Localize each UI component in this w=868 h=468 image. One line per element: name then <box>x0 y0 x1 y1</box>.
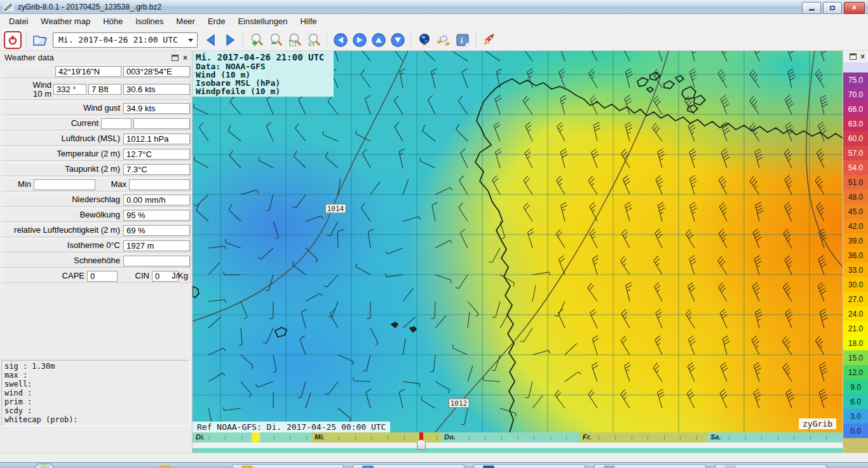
minimize-button[interactable] <box>802 2 821 14</box>
next-timestep-button[interactable] <box>221 31 238 48</box>
toolbar-separator <box>410 32 411 48</box>
timeline-tick <box>615 436 616 440</box>
menu-hilfe[interactable]: Hilfe <box>294 15 323 28</box>
timeline-tick <box>404 436 405 440</box>
wave-max-line: max : <box>4 371 187 380</box>
map-column: Mi. 2017-04-26 21:00 UTC Data: NOAA-GFS … <box>193 51 843 453</box>
menu-isolines[interactable]: Isolines <box>129 15 170 28</box>
date-select[interactable]: Mi. 2017-04-26 21:00 UTC <box>53 32 198 48</box>
power-icon <box>7 34 18 46</box>
globe-view-button[interactable] <box>416 31 433 48</box>
min-value <box>34 179 95 190</box>
pan-left-button[interactable] <box>332 31 349 48</box>
timeline-tick <box>339 436 339 440</box>
cloud-cover-label: Bewölkung <box>2 209 120 221</box>
zoom-in-icon <box>249 32 264 48</box>
menu-erde[interactable]: Erde <box>201 15 231 28</box>
wave-whitecap-line: whitecap (prob): <box>4 415 187 424</box>
temperature-label: Temperatur (2 m) <box>2 148 120 160</box>
timeline: Di.Mi.Do.Fr.Sa. <box>193 432 843 453</box>
maximize-icon <box>830 6 835 10</box>
map-canvas[interactable]: Mi. 2017-04-26 21:00 UTC Data: NOAA-GFS … <box>193 51 843 432</box>
longitude-value: 003°28'54"E <box>123 66 190 77</box>
title-bar[interactable]: zyGrib-8.0.1 - 20170425_123538_.grb.bz2 … <box>0 0 868 14</box>
close-panel-icon[interactable]: × <box>183 55 187 61</box>
timeline-day-label: Di. <box>196 433 205 441</box>
menu-datei[interactable]: Datei <box>3 15 34 28</box>
taskbar-button-4[interactable] <box>594 464 706 468</box>
scale-value-24.0: 24.0 <box>843 306 868 321</box>
taskbar-button-5[interactable] <box>715 464 827 468</box>
float-panel-icon[interactable] <box>172 55 179 61</box>
scale-value-12.0: 12.0 <box>843 365 868 380</box>
window-title: zyGrib-8.0.1 - 20170425_123538_.grb.bz2 <box>18 3 161 11</box>
scale-value-45.0: 45.0 <box>843 204 868 219</box>
scale-value-6.0: 6.0 <box>843 394 868 409</box>
timeline-day-Do[interactable]: Do. <box>441 432 580 443</box>
scale-value-63.0: 63.0 <box>843 116 868 131</box>
launch-button[interactable] <box>480 31 498 48</box>
coordinates-row: 42°19'16"N 003°28'54"E <box>1 64 191 78</box>
pressure-value: 1012.1 hPa <box>123 134 190 144</box>
grib-request-button[interactable] <box>435 31 452 48</box>
menu-meer[interactable]: Meer <box>170 15 201 28</box>
zoom-actual-size-button[interactable]: 1:1 <box>305 31 322 48</box>
wind-row: Wind 10 m 332 ° 7 Bft 30.6 kts <box>1 79 191 100</box>
circle-arrow-down-icon <box>390 32 405 48</box>
scale-value-30.0: 30.0 <box>843 277 868 292</box>
isotherm-label: Isotherme 0°C <box>2 239 120 252</box>
zygrib-watermark: zyGrib <box>799 418 836 429</box>
timeline-tick <box>761 436 762 440</box>
cape-label: CAPE <box>2 270 85 282</box>
latitude-value: 42°19'16"N <box>55 66 121 77</box>
menu-einstellungen[interactable]: Einstellungen <box>231 15 294 28</box>
open-file-button[interactable] <box>31 31 48 48</box>
timeline-day-Sa[interactable]: Sa. <box>707 432 843 443</box>
timeline-day-band[interactable]: Di.Mi.Do.Fr.Sa. <box>193 432 843 443</box>
pan-up-button[interactable] <box>370 31 387 48</box>
menu-bar: Datei Weather map Höhe Isolines Meer Erd… <box>0 14 868 29</box>
map-overlay-svg <box>193 51 843 432</box>
current-dir-value <box>101 118 132 129</box>
start-button[interactable] <box>35 464 54 468</box>
color-scale-panel: × 75.070.066.063.060.057.054.051.048.045… <box>843 51 868 453</box>
gust-value: 34.9 kts <box>123 103 190 114</box>
info-icon: i <box>455 32 470 48</box>
svg-text:1:1: 1:1 <box>308 42 315 46</box>
float-scale-icon[interactable] <box>850 53 857 60</box>
close-scale-icon[interactable]: × <box>860 53 865 60</box>
zoom-select-button[interactable] <box>286 31 303 48</box>
timeline-tick <box>437 436 437 440</box>
close-button[interactable]: × <box>844 2 865 14</box>
scale-value-3.0: 3.0 <box>843 409 868 423</box>
isotherm-value: 1927 m <box>123 240 190 251</box>
cape-unit-label: J/Kg <box>166 270 188 282</box>
circle-arrow-right-icon <box>352 32 367 48</box>
menu-hoehe[interactable]: Höhe <box>97 15 129 28</box>
date-select-value: Mi. 2017-04-26 21:00 UTC <box>58 35 178 45</box>
dewpoint-label: Taupunkt (2 m) <box>2 163 120 176</box>
quit-button[interactable] <box>4 31 22 49</box>
info-button[interactable]: i <box>454 31 471 48</box>
timeline-tick <box>712 436 713 440</box>
previous-timestep-button[interactable] <box>202 31 219 48</box>
menu-weather-map[interactable]: Weather map <box>34 15 97 28</box>
timeline-tick <box>241 436 242 440</box>
taskbar-button-2[interactable] <box>353 464 465 468</box>
scale-top-cell <box>843 62 868 72</box>
zoom-out-icon <box>268 32 283 48</box>
wind-gust-row: Wind gust 34.9 kts <box>1 101 191 115</box>
toolbar: Mi. 2017-04-26 21:00 UTC <box>0 29 868 51</box>
taskbar-button-1[interactable] <box>232 464 344 468</box>
scale-bottom-cell <box>843 438 868 453</box>
pan-down-button[interactable] <box>389 31 406 48</box>
pan-right-button[interactable] <box>351 31 368 48</box>
dewpoint-row: Taupunkt (2 m) 7.3°C <box>1 162 191 176</box>
taskbar-button-3[interactable] <box>473 464 585 468</box>
circle-arrow-left-icon <box>333 32 348 48</box>
maximize-button[interactable] <box>823 2 842 14</box>
zoom-out-button[interactable] <box>267 31 284 48</box>
zoom-in-button[interactable] <box>248 31 265 48</box>
quicklaunch-icon[interactable] <box>159 465 170 468</box>
timeline-tick <box>648 436 648 440</box>
